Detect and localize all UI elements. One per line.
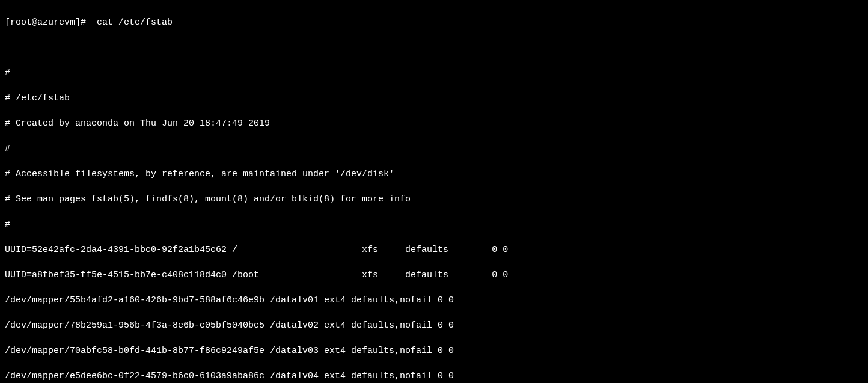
shell-prompt: [root@azurevm]# (5, 17, 86, 28)
fstab-comment: # (5, 218, 863, 231)
fstab-entry: /dev/mapper/70abfc58-b0fd-441b-8b77-f86c… (5, 345, 863, 357)
fstab-entry: UUID=a8fbef35-ff5e-4515-bb7e-c408c118d4c… (5, 269, 863, 281)
fstab-entry: /dev/mapper/78b259a1-956b-4f3a-8e6b-c05b… (5, 319, 863, 332)
prompt-line: [root@azurevm]# cat /etc/fstab (5, 16, 863, 29)
command-text: cat /etc/fstab (86, 17, 173, 28)
fstab-entry: /dev/mapper/55b4afd2-a160-426b-9bd7-588a… (5, 294, 863, 307)
fstab-entry: /dev/mapper/e5dee6bc-0f22-4579-b6c0-6103… (5, 370, 863, 382)
fstab-entry: UUID=52e42afc-2da4-4391-bbc0-92f2a1b45c6… (5, 244, 863, 256)
fstab-comment: # Accessible filesystems, by reference, … (5, 168, 863, 180)
fstab-comment: # (5, 142, 863, 155)
fstab-comment: # Created by anaconda on Thu Jun 20 18:4… (5, 117, 863, 130)
fstab-comment: # See man pages fstab(5), findfs(8), mou… (5, 193, 863, 206)
blank-line (5, 41, 863, 54)
fstab-comment: # /etc/fstab (5, 92, 863, 105)
terminal-output: [root@azurevm]# cat /etc/fstab # # /etc/… (0, 0, 868, 383)
fstab-comment: # (5, 67, 863, 79)
